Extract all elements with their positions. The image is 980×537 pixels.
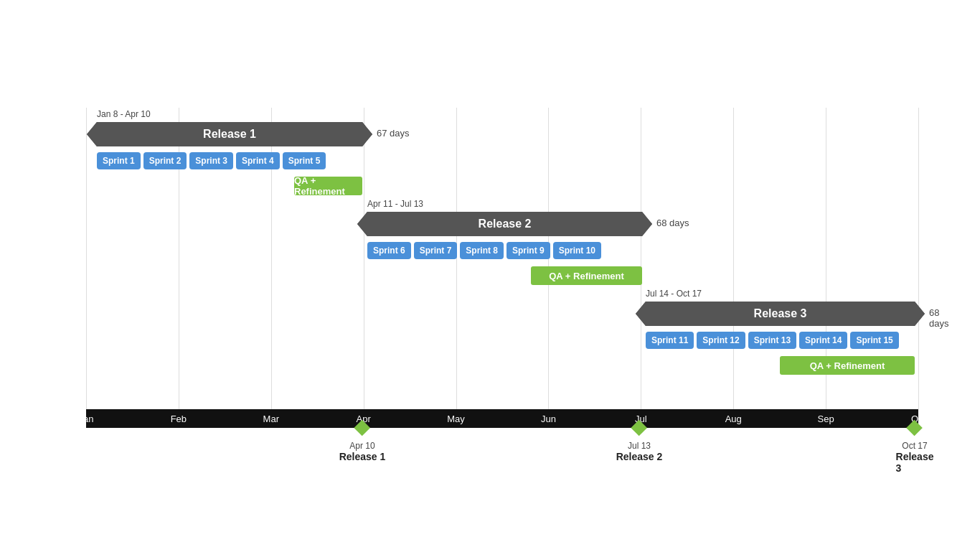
release-date-label: Apr 11 - Jul 13: [367, 199, 423, 209]
release-bar-label: Release 2: [479, 218, 532, 230]
release-marker: Apr 10Release 1: [339, 422, 386, 462]
release-bar-label: Release 1: [203, 128, 256, 141]
grid-line: [364, 108, 364, 409]
qa-bar-label: QA + Refinement: [810, 360, 885, 371]
sprint-pill: Sprint 5: [283, 152, 326, 169]
marker-date: Jul 13: [628, 441, 651, 451]
bar-right-arrow: [362, 122, 372, 146]
sprint-pill: Sprint 6: [367, 242, 411, 259]
axis-month-label: Sep: [818, 414, 834, 424]
release-marker: Oct 17Release 3: [896, 422, 934, 474]
sprints-row-2: Sprint 6Sprint 7Sprint 8Sprint 9Sprint 1…: [367, 242, 601, 259]
bar-right-arrow: [915, 302, 925, 326]
sprints-row-3: Sprint 11Sprint 12Sprint 13Sprint 14Spri…: [646, 332, 899, 349]
release-date-label: Jan 8 - Apr 10: [97, 109, 151, 119]
marker-release-label: Release 1: [339, 451, 386, 462]
axis-month-label: May: [447, 414, 465, 424]
qa-bar-3: QA + Refinement: [780, 356, 915, 375]
sprint-pill: Sprint 8: [460, 242, 504, 259]
axis-month-label: Jan: [79, 414, 94, 424]
timeline-axis: JanFebMarAprMayJunJulAugSepOct: [86, 409, 918, 428]
marker-diamond: [907, 420, 923, 436]
bar-left-arrow: [357, 212, 367, 236]
marker-release-label: Release 3: [896, 451, 934, 474]
bar-right-arrow: [642, 212, 652, 236]
release-bar-2: Release 2: [367, 212, 642, 236]
grid-line: [918, 108, 919, 409]
sprint-pill: Sprint 15: [850, 332, 898, 349]
sprint-pill: Sprint 2: [143, 152, 187, 169]
marker-date: Oct 17: [902, 441, 927, 451]
release-marker: Jul 13Release 2: [616, 422, 663, 462]
marker-diamond: [631, 420, 648, 436]
release-days-label: 68 days: [656, 218, 689, 228]
sprint-pill: Sprint 1: [97, 152, 141, 169]
sprint-pill: Sprint 4: [236, 152, 280, 169]
sprint-pill: Sprint 14: [799, 332, 847, 349]
marker-date: Apr 10: [349, 441, 374, 451]
release-bar-3: Release 3: [646, 302, 915, 326]
grid-line: [86, 108, 87, 409]
release-days-label: 68 days: [929, 307, 948, 329]
axis-month-label: Aug: [725, 414, 742, 424]
grid-line: [641, 108, 641, 409]
grid-line: [733, 108, 734, 409]
marker-diamond: [354, 420, 371, 436]
axis-month-label: Jun: [541, 414, 556, 424]
qa-bar-label: QA + Refinement: [294, 175, 362, 197]
qa-bar-2: QA + Refinement: [531, 266, 642, 285]
release-days-label: 67 days: [377, 128, 410, 139]
qa-bar-1: QA + Refinement: [294, 177, 362, 195]
release-bar-label: Release 3: [754, 307, 807, 320]
bar-left-arrow: [87, 122, 97, 146]
marker-release-label: Release 2: [616, 451, 663, 462]
axis-month-label: Feb: [171, 414, 187, 424]
sprint-pill: Sprint 13: [748, 332, 796, 349]
sprint-pill: Sprint 12: [697, 332, 745, 349]
sprint-pill: Sprint 10: [553, 242, 601, 259]
axis-month-label: Mar: [263, 414, 279, 424]
sprints-row-1: Sprint 1Sprint 2Sprint 3Sprint 4Sprint 5: [97, 152, 326, 169]
sprint-pill: Sprint 9: [507, 242, 550, 259]
sprint-pill: Sprint 3: [189, 152, 233, 169]
release-bar-1: Release 1: [97, 122, 362, 146]
sprint-pill: Sprint 11: [646, 332, 694, 349]
qa-bar-label: QA + Refinement: [549, 271, 624, 281]
release-date-label: Jul 14 - Oct 17: [646, 289, 702, 299]
sprint-pill: Sprint 7: [414, 242, 458, 259]
bar-left-arrow: [636, 302, 646, 326]
